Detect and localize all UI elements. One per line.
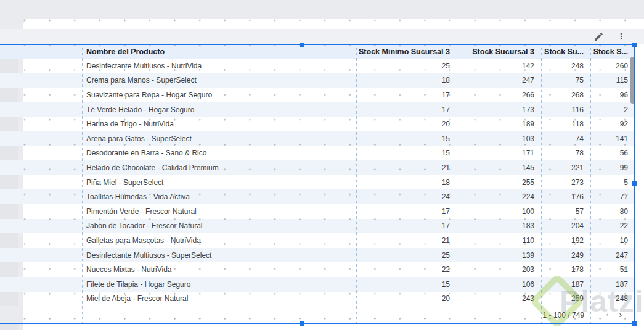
stock-value-cell: 15 xyxy=(356,280,457,289)
product-name-cell: Helado de Chocolate - Calidad Premium xyxy=(82,163,356,172)
stock-value-cell: 22 xyxy=(356,265,457,274)
product-name-cell: Arena para Gatos - SuperSelect xyxy=(82,134,356,143)
table-row[interactable]: Miel de Abeja - Frescor Natural202432592… xyxy=(0,292,635,307)
resize-handle-top[interactable] xyxy=(300,43,304,47)
stock-value-cell: 56 xyxy=(590,149,635,157)
stock-value-cell: 100 xyxy=(457,207,541,216)
stock-value-cell: 183 xyxy=(457,221,541,230)
stock-value-cell: 17 xyxy=(356,91,457,99)
stock-value-cell: 141 xyxy=(590,134,635,143)
column-separator xyxy=(356,44,357,324)
edit-pencil-icon[interactable] xyxy=(592,30,605,43)
stock-value-cell: 24 xyxy=(356,192,457,201)
table-row[interactable]: Harina de Trigo - NutriVida2018911892 xyxy=(0,117,635,131)
stock-value-cell: 17 xyxy=(356,105,457,114)
selection-border-top xyxy=(0,44,635,45)
product-name-cell: Pimentón Verde - Frescor Natural xyxy=(82,207,356,216)
table-row[interactable]: Piña Miel - SuperSelect182552735 xyxy=(0,175,635,190)
table-row[interactable]: Crema para Manos - SuperSelect1824775115 xyxy=(0,73,635,88)
chevron-right-icon[interactable] xyxy=(614,308,627,322)
table-row[interactable]: Suavizante para Ropa - Hogar Seguro17266… xyxy=(0,88,635,102)
stock-value-cell: 2 xyxy=(590,105,635,114)
product-name-cell: Galletas para Mascotas - NutriVida xyxy=(82,236,356,245)
column-separator xyxy=(82,44,83,324)
stock-value-cell: 78 xyxy=(541,149,590,157)
stock-value-cell: 249 xyxy=(541,251,590,260)
offcanvas-strip xyxy=(0,324,18,330)
stock-value-cell: 192 xyxy=(541,236,590,245)
stock-value-cell: 18 xyxy=(356,178,457,187)
stock-value-cell: 110 xyxy=(457,236,541,245)
stock-value-cell: 260 xyxy=(590,62,635,70)
product-name-cell: Miel de Abeja - Frescor Natural xyxy=(82,294,356,303)
stock-value-cell: 268 xyxy=(541,91,590,99)
stock-value-cell: 77 xyxy=(590,192,635,201)
table-row[interactable]: Helado de Chocolate - Calidad Premium211… xyxy=(0,160,635,175)
stock-value-cell: 178 xyxy=(541,265,590,274)
column-separator xyxy=(457,44,457,324)
product-name-cell: Desinfectante Multiusos - NutriVida xyxy=(82,62,356,70)
stock-value-cell: 51 xyxy=(590,265,635,274)
stock-value-cell: 10 xyxy=(590,236,635,245)
stock-value-cell: 203 xyxy=(457,265,541,274)
stock-value-cell: 243 xyxy=(457,294,541,303)
report-editor-workspace: Nombre del ProductoStock Mínimo Sucursal… xyxy=(0,0,644,330)
stock-value-cell: 247 xyxy=(590,251,635,260)
table-row[interactable]: Desinfectante Multiusos - SuperSelect251… xyxy=(0,248,635,263)
stock-value-cell: 247 xyxy=(457,76,541,85)
product-name-cell: Desinfectante Multiusos - SuperSelect xyxy=(82,251,356,260)
product-name-cell: Té Verde Helado - Hogar Seguro xyxy=(82,105,356,114)
resize-handle-bottom-right[interactable] xyxy=(632,321,637,326)
resize-handle-right[interactable] xyxy=(632,181,637,186)
column-separator xyxy=(590,44,591,324)
column-separator xyxy=(541,44,542,324)
table-body: Desinfectante Multiusos - NutriVida25142… xyxy=(0,59,635,306)
stock-value-cell: 118 xyxy=(541,120,590,128)
stock-value-cell: 176 xyxy=(541,192,590,201)
table-row[interactable]: Desinfectante Multiusos - NutriVida25142… xyxy=(0,59,635,73)
stock-table-widget[interactable]: Nombre del ProductoStock Mínimo Sucursal… xyxy=(0,44,635,324)
column-header[interactable]: Stock S... xyxy=(590,47,635,56)
column-header[interactable]: Nombre del Producto xyxy=(82,47,356,56)
stock-value-cell: 145 xyxy=(457,163,541,172)
product-name-cell: Toallitas Húmedas - Vida Activa xyxy=(82,192,356,201)
stock-value-cell: 25 xyxy=(356,251,457,260)
stock-value-cell: 187 xyxy=(590,280,635,289)
stock-value-cell: 116 xyxy=(541,105,590,114)
stock-value-cell: 115 xyxy=(590,76,635,85)
table-row[interactable]: Arena para Gatos - SuperSelect1510374141 xyxy=(0,131,635,146)
resize-handle-top-right[interactable] xyxy=(632,43,637,47)
table-row[interactable]: Filete de Tilapia - Hogar Seguro15106187… xyxy=(0,277,635,292)
stock-value-cell: 187 xyxy=(541,280,590,289)
column-header[interactable]: Stock Sucursal 3 xyxy=(457,47,541,56)
chevron-left-icon[interactable] xyxy=(600,308,614,322)
selection-border-bottom xyxy=(0,323,635,324)
stock-value-cell: 15 xyxy=(356,134,457,143)
column-header[interactable]: Stock Su... xyxy=(541,47,590,56)
table-row[interactable]: Desodorante en Barra - Sano & Rico151717… xyxy=(0,146,635,161)
stock-value-cell: 57 xyxy=(541,207,590,216)
table-row[interactable]: Nueces Mixtas - NutriVida2220317851 xyxy=(0,262,635,277)
pagination-range-label: 1 - 100 / 749 xyxy=(543,311,584,320)
table-row[interactable]: Jabón de Tocador - Frescor Natural171832… xyxy=(0,219,635,234)
stock-value-cell: 21 xyxy=(356,163,457,172)
column-header[interactable]: Stock Mínimo Sucursal 3 xyxy=(356,47,457,56)
stock-value-cell: 5 xyxy=(590,178,635,187)
stock-value-cell: 189 xyxy=(457,120,541,128)
resize-handle-bottom[interactable] xyxy=(300,321,304,326)
stock-value-cell: 248 xyxy=(541,62,590,70)
stock-value-cell: 96 xyxy=(590,91,635,99)
table-row[interactable]: Pimentón Verde - Frescor Natural17100578… xyxy=(0,204,635,219)
more-options-kebab-icon[interactable] xyxy=(614,30,628,43)
stock-value-cell: 204 xyxy=(541,221,590,230)
stock-value-cell: 255 xyxy=(457,178,541,187)
stock-value-cell: 139 xyxy=(457,251,541,260)
stock-value-cell: 20 xyxy=(356,294,457,303)
table-row[interactable]: Galletas para Mascotas - NutriVida211101… xyxy=(0,233,635,248)
stock-value-cell: 20 xyxy=(356,120,457,128)
stock-value-cell: 224 xyxy=(457,192,541,201)
stock-value-cell: 15 xyxy=(356,149,457,157)
product-name-cell: Desodorante en Barra - Sano & Rico xyxy=(82,149,356,157)
table-row[interactable]: Té Verde Helado - Hogar Seguro171731162 xyxy=(0,102,635,117)
table-row[interactable]: Toallitas Húmedas - Vida Activa242241767… xyxy=(0,189,635,204)
